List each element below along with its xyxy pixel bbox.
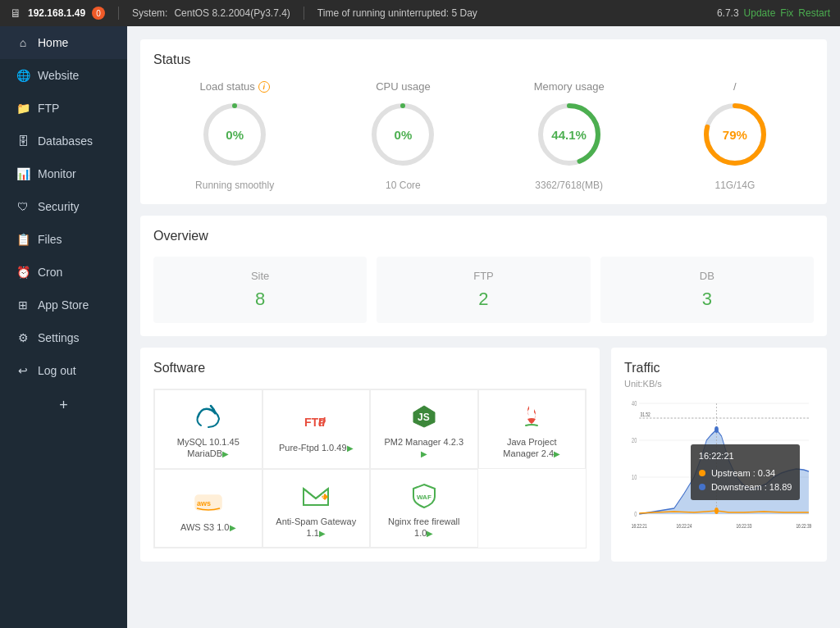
svg-text:!: ! <box>322 492 325 499</box>
sidebar-label-monitor: Monitor <box>38 167 76 180</box>
topbar-left: 🖥 192.168.1.49 0 System: CentOS 8.2.2004… <box>10 7 477 20</box>
status-row: Load status i 0% Running smoothly <box>153 80 814 191</box>
java-label: Java ProjectManager 2.4▶ <box>503 436 560 460</box>
sidebar-label-databases: Databases <box>38 134 93 148</box>
traffic-title: Traffic <box>624 361 814 375</box>
cpu-donut: 0% <box>366 98 440 171</box>
traffic-unit: Unit:KB/s <box>624 379 814 389</box>
status-disk: / 79% 11G/14G <box>698 80 772 191</box>
topbar-divider <box>118 7 119 20</box>
sidebar-item-website[interactable]: 🌐 Website <box>0 59 127 92</box>
sidebar: ⌂ Home 🌐 Website 📁 FTP 🗄 Databases 📊 Mon… <box>0 26 127 628</box>
status-cpu: CPU usage 0% 10 Core <box>366 80 440 191</box>
sidebar-item-settings[interactable]: ⚙ Settings <box>0 321 127 354</box>
sidebar-label-logout: Log out <box>38 364 76 377</box>
software-title: Software <box>153 361 587 375</box>
sidebar-label-appstore: App Store <box>38 298 89 312</box>
sidebar-item-files[interactable]: 📋 Files <box>0 223 127 256</box>
software-waf[interactable]: WAF Nginx free firewall1.0▶ <box>370 469 478 548</box>
svg-text:WAF: WAF <box>417 494 431 501</box>
overview-card: Overview Site 8 FTP 2 DB 3 <box>140 216 827 336</box>
topbar-ip: 192.168.1.49 <box>28 7 85 19</box>
status-load: Load status i 0% Running smoothly <box>195 80 274 191</box>
overview-title: Overview <box>153 229 814 243</box>
memory-value: 44.1% <box>551 128 587 142</box>
svg-text:20: 20 <box>632 436 637 445</box>
overview-ftp-label: FTP <box>390 270 577 282</box>
restart-button[interactable]: Restart <box>798 7 830 19</box>
sidebar-item-monitor[interactable]: 📊 Monitor <box>0 157 127 190</box>
info-icon: i <box>258 81 270 93</box>
cpu-sublabel: 10 Core <box>386 180 421 191</box>
aws-label: AWS S3 1.0▶ <box>180 521 236 533</box>
main-layout: ⌂ Home 🌐 Website 📁 FTP 🗄 Databases 📊 Mon… <box>0 26 840 628</box>
overview-ftp[interactable]: FTP 2 <box>377 257 590 323</box>
status-card: Status Load status i 0% Runn <box>140 39 827 204</box>
website-icon: 🌐 <box>16 69 30 82</box>
ftpd-icon: FTP d <box>301 407 331 437</box>
chart-area: 40 20 10 0 31.52 16:22:21 16:22:24 <box>624 395 814 543</box>
antispam-icon: ! <box>301 481 331 511</box>
overview-row: Site 8 FTP 2 DB 3 <box>153 257 814 323</box>
svg-text:d: d <box>318 416 326 429</box>
load-value: 0% <box>226 128 244 142</box>
sidebar-item-cron[interactable]: ⏰ Cron <box>0 256 127 289</box>
topbar-badge: 0 <box>92 7 105 20</box>
overview-site[interactable]: Site 8 <box>153 257 367 323</box>
sidebar-label-cron: Cron <box>38 266 62 279</box>
cpu-label: CPU usage <box>376 80 430 93</box>
ftp-icon: 📁 <box>16 102 30 115</box>
disk-label: / <box>733 80 737 93</box>
software-card: Software MySQL 10.1.45MariaDB▶ <box>140 348 600 562</box>
software-java[interactable]: Java ProjectManager 2.4▶ <box>478 389 587 469</box>
pm2-icon: JS <box>409 402 439 431</box>
traffic-card: Traffic Unit:KB/s 40 20 10 <box>611 348 827 562</box>
disk-donut: 79% <box>698 98 772 171</box>
status-memory: Memory usage 44.1% 3362/7618(MB) <box>532 80 606 191</box>
sidebar-add-button[interactable]: + <box>0 387 127 424</box>
svg-text:16:22:39: 16:22:39 <box>796 522 811 529</box>
sidebar-label-files: Files <box>38 233 62 246</box>
traffic-chart-svg: 40 20 10 0 31.52 16:22:21 16:22:24 <box>624 395 814 543</box>
cpu-value: 0% <box>395 128 413 142</box>
overview-db[interactable]: DB 3 <box>600 257 814 323</box>
software-aws[interactable]: aws AWS S3 1.0▶ <box>154 469 262 548</box>
load-label: Load status i <box>200 80 270 93</box>
update-button[interactable]: Update <box>744 7 776 19</box>
sidebar-item-security[interactable]: 🛡 Security <box>0 190 127 223</box>
topbar-version: 6.7.3 <box>717 7 739 19</box>
sidebar-item-logout[interactable]: ↩ Log out <box>0 354 127 387</box>
software-antispam[interactable]: ! Anti-Spam Gateway1.1▶ <box>262 469 371 548</box>
overview-ftp-value: 2 <box>390 289 577 310</box>
security-icon: 🛡 <box>16 200 30 213</box>
software-pm2[interactable]: JS PM2 Manager 4.2.3▶ <box>370 389 478 469</box>
memory-sublabel: 3362/7618(MB) <box>535 180 603 191</box>
software-ftpd[interactable]: FTP d Pure-Ftpd 1.0.49▶ <box>262 389 371 469</box>
status-title: Status <box>153 52 814 67</box>
overview-db-value: 3 <box>614 289 801 310</box>
waf-label: Nginx free firewall1.0▶ <box>388 516 459 539</box>
sidebar-item-ftp[interactable]: 📁 FTP <box>0 92 127 125</box>
sidebar-item-databases[interactable]: 🗄 Databases <box>0 125 127 157</box>
topbar: 🖥 192.168.1.49 0 System: CentOS 8.2.2004… <box>0 0 840 26</box>
memory-donut: 44.1% <box>532 98 606 171</box>
disk-value: 79% <box>723 128 747 142</box>
sidebar-item-home[interactable]: ⌂ Home <box>0 26 127 59</box>
monitor-nav-icon: 📊 <box>16 167 30 180</box>
sidebar-label-security: Security <box>38 200 80 213</box>
load-sublabel: Running smoothly <box>195 180 274 191</box>
software-grid: MySQL 10.1.45MariaDB▶ FTP d Pure-Ftpd 1.… <box>153 389 587 548</box>
svg-text:aws: aws <box>197 499 211 507</box>
sidebar-item-appstore[interactable]: ⊞ App Store <box>0 289 127 321</box>
svg-text:0: 0 <box>634 510 637 519</box>
sidebar-label-ftp: FTP <box>38 102 59 115</box>
svg-text:31.52: 31.52 <box>640 411 650 417</box>
monitor-icon: 🖥 <box>10 7 21 20</box>
svg-text:16:22:33: 16:22:33 <box>736 522 751 529</box>
software-mysql[interactable]: MySQL 10.1.45MariaDB▶ <box>154 389 262 469</box>
fix-button[interactable]: Fix <box>780 7 793 19</box>
svg-point-32 <box>714 426 719 433</box>
memory-label: Memory usage <box>534 80 605 93</box>
sidebar-label-home: Home <box>38 36 68 49</box>
pm2-label: PM2 Manager 4.2.3▶ <box>384 436 463 460</box>
